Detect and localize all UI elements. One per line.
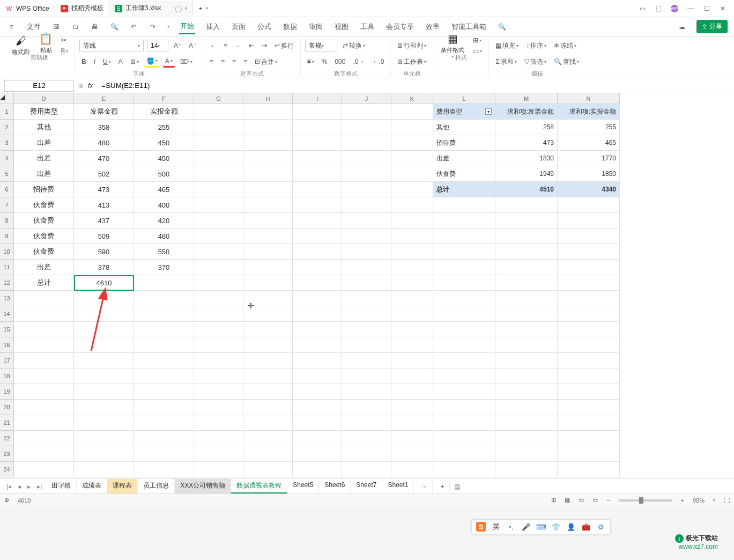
cell[interactable] xyxy=(391,260,433,275)
cell[interactable]: 其他 xyxy=(14,120,74,135)
cell[interactable]: 招待费 xyxy=(14,182,74,197)
row-header-20[interactable]: 20 xyxy=(0,400,14,415)
cell[interactable] xyxy=(433,384,495,400)
cell[interactable] xyxy=(495,306,558,322)
justify-button[interactable]: ≡ xyxy=(241,57,249,67)
align-center-button[interactable]: ≡ xyxy=(219,57,227,67)
increase-font-button[interactable]: A⁺ xyxy=(172,41,183,50)
cell[interactable] xyxy=(342,151,391,166)
fill-color-button[interactable]: 🪣▾ xyxy=(144,56,160,68)
menu-tools[interactable]: 工具 xyxy=(359,20,375,34)
cell[interactable] xyxy=(194,322,243,337)
decrease-font-button[interactable]: A⁻ xyxy=(187,41,198,50)
cell[interactable] xyxy=(74,369,134,384)
cell[interactable] xyxy=(495,462,558,477)
cell[interactable]: 358 xyxy=(74,120,134,135)
cell[interactable] xyxy=(391,322,433,337)
cell[interactable] xyxy=(194,431,243,446)
cell[interactable] xyxy=(194,415,243,431)
cell[interactable] xyxy=(433,369,495,384)
cell[interactable]: 伙食费 xyxy=(14,229,74,244)
cell[interactable] xyxy=(433,229,495,244)
cell[interactable] xyxy=(342,431,391,446)
row-header-15[interactable]: 15 xyxy=(0,322,14,337)
ime-keyboard-icon[interactable]: ⌨ xyxy=(536,522,546,532)
cell[interactable] xyxy=(243,462,293,477)
cell[interactable] xyxy=(558,306,620,322)
cell[interactable] xyxy=(243,337,293,353)
status-mode-icon[interactable]: ⊕ xyxy=(4,497,9,504)
cell[interactable] xyxy=(243,275,293,291)
cell[interactable] xyxy=(134,446,194,462)
minimize-button[interactable]: — xyxy=(687,5,694,12)
cell[interactable]: 出差 xyxy=(433,151,495,166)
menu-data[interactable]: 数据 xyxy=(282,20,298,34)
cell[interactable] xyxy=(194,384,243,400)
cell[interactable] xyxy=(194,353,243,369)
cell[interactable] xyxy=(342,260,391,275)
cell[interactable]: 473 xyxy=(74,182,134,197)
preview-icon[interactable]: 🔍 xyxy=(109,22,119,32)
view-reading-button[interactable]: ▭ xyxy=(592,497,598,504)
cell[interactable] xyxy=(243,104,293,120)
cell[interactable] xyxy=(194,369,243,384)
number-format-select[interactable]: 常规▾ xyxy=(305,40,337,51)
cell[interactable] xyxy=(14,446,74,462)
cell[interactable] xyxy=(243,353,293,369)
cell[interactable] xyxy=(558,275,620,291)
redo-icon[interactable]: ↷ xyxy=(148,22,158,32)
cell[interactable] xyxy=(293,275,342,291)
menu-review[interactable]: 审阅 xyxy=(308,20,324,34)
cell[interactable]: 出差 xyxy=(14,260,74,275)
cell[interactable] xyxy=(391,197,433,213)
qat-chevron-icon[interactable]: ▾ xyxy=(167,24,169,29)
cell[interactable] xyxy=(495,275,558,291)
cell[interactable] xyxy=(243,197,293,213)
cell[interactable]: 实报金额 xyxy=(134,104,194,120)
cell[interactable] xyxy=(433,306,495,322)
cell[interactable] xyxy=(495,400,558,415)
cell[interactable]: 招待费 xyxy=(433,135,495,151)
italic-button[interactable]: I xyxy=(92,57,98,67)
cell[interactable] xyxy=(74,353,134,369)
cell[interactable]: 1830 xyxy=(495,151,558,166)
ime-voice-icon[interactable]: 🎤 xyxy=(521,522,531,532)
wrap-text-button[interactable]: ↩ 换行 xyxy=(272,40,296,51)
cell[interactable] xyxy=(433,260,495,275)
menu-page[interactable]: 页面 xyxy=(231,20,247,34)
menu-vip[interactable]: 会员专享 xyxy=(385,20,415,34)
ime-user-icon[interactable]: 👤 xyxy=(566,522,576,532)
cell[interactable] xyxy=(495,260,558,275)
cell[interactable] xyxy=(342,120,391,135)
cell[interactable] xyxy=(558,337,620,353)
ime-toolbox-icon[interactable]: 🧰 xyxy=(581,522,591,532)
cell[interactable] xyxy=(74,431,134,446)
col-header-H[interactable]: H xyxy=(243,93,293,104)
cell[interactable]: 发票金额 xyxy=(74,104,134,120)
view-pagebreak-button[interactable]: ▦ xyxy=(565,497,570,504)
cell[interactable]: 255 xyxy=(134,120,194,135)
row-header-4[interactable]: 4 xyxy=(0,151,14,166)
cube-icon[interactable]: ⬚ xyxy=(655,5,662,12)
cell[interactable] xyxy=(433,446,495,462)
cell[interactable] xyxy=(74,446,134,462)
align-top-button[interactable]: ⫠ xyxy=(207,41,218,50)
ime-toolbar[interactable]: S 英 •, 🎤 ⌨ 👕 👤 🧰 ⚙ xyxy=(471,519,611,534)
cloud-icon[interactable]: ☁ xyxy=(677,22,687,32)
cell[interactable] xyxy=(293,104,342,120)
cell[interactable]: 总计 xyxy=(433,182,495,197)
cell[interactable] xyxy=(433,291,495,306)
cell[interactable] xyxy=(342,400,391,415)
cell[interactable] xyxy=(558,462,620,477)
cell[interactable] xyxy=(342,275,391,291)
cell[interactable] xyxy=(194,400,243,415)
sheet-area[interactable]: ◢ DEFGHIJKLMN 12345678910111213141516171… xyxy=(0,93,734,478)
cell[interactable] xyxy=(243,415,293,431)
cell[interactable] xyxy=(433,353,495,369)
cell[interactable] xyxy=(14,431,74,446)
row-header-11[interactable]: 11 xyxy=(0,260,14,275)
filter-button[interactable]: ▽ 筛选▾ xyxy=(522,56,548,68)
col-header-J[interactable]: J xyxy=(342,93,391,104)
sheet-tab[interactable]: 成绩表 xyxy=(77,479,107,493)
share-button[interactable]: ⇪ 分享 xyxy=(696,20,728,33)
